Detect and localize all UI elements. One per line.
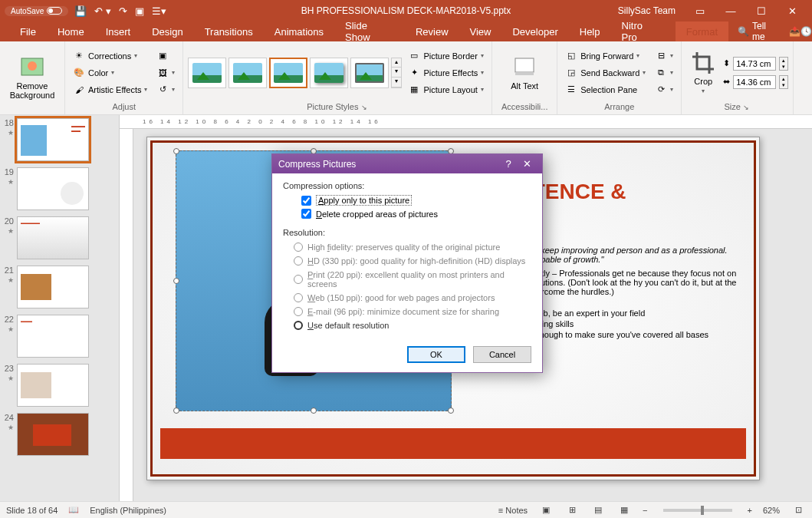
gallery-scroll[interactable]: ▴▾▾ (391, 58, 402, 88)
thumbnail-21[interactable] (17, 266, 89, 308)
change-picture-button[interactable]: 🖼▾ (153, 66, 178, 80)
style-item[interactable] (188, 58, 226, 88)
autosave-toggle[interactable]: AutoSave (5, 6, 68, 16)
tab-developer[interactable]: Developer (501, 21, 568, 41)
send-backward-button[interactable]: ◲Send Backward▾ (562, 66, 649, 80)
reading-view-icon[interactable]: ▤ (590, 505, 606, 515)
picture-border-button[interactable]: ▭Picture Border▾ (405, 49, 487, 63)
tab-design[interactable]: Design (141, 21, 193, 41)
compress-pictures-button[interactable]: ▣ (153, 49, 178, 63)
corrections-button[interactable]: ☀Corrections▾ (70, 49, 150, 63)
language-status[interactable]: English (Philippines) (90, 506, 166, 515)
group-label-size: Size ↘ (686, 102, 788, 113)
dialog-titlebar[interactable]: Compress Pictures ? ✕ (272, 154, 542, 173)
selection-pane-button[interactable]: ☰Selection Pane (562, 83, 649, 97)
style-item[interactable] (310, 58, 348, 88)
slideshow-icon[interactable]: ▣ (135, 5, 144, 17)
tab-file[interactable]: File (9, 21, 47, 41)
zoom-slider[interactable] (663, 509, 732, 512)
dialog-close-button[interactable]: ✕ (518, 158, 536, 170)
slide-counter[interactable]: Slide 18 of 64 (6, 506, 58, 515)
remove-background-button[interactable]: Remove Background (5, 55, 60, 100)
normal-view-icon[interactable]: ▣ (538, 505, 554, 515)
crop-button[interactable]: Crop▾ (686, 51, 720, 94)
tab-transitions[interactable]: Transitions (194, 21, 264, 41)
fit-to-window-icon[interactable]: ⊡ (791, 505, 806, 515)
zoom-out-button[interactable]: − (643, 506, 647, 515)
tab-format[interactable]: Format (676, 21, 728, 41)
spellcheck-icon[interactable]: 📖 (68, 505, 79, 515)
delete-cropped-label[interactable]: Delete cropped areas of pictures (316, 210, 438, 219)
close-icon[interactable]: ✕ (777, 5, 807, 17)
minimize-icon[interactable]: — (715, 5, 746, 17)
thumbnail-19[interactable] (17, 167, 89, 210)
delete-cropped-checkbox[interactable] (301, 209, 311, 219)
radio-default[interactable]: Use default resolution (294, 318, 531, 332)
thumbnail-22[interactable]: ▬▬▬ (17, 315, 89, 358)
ok-button[interactable]: OK (407, 346, 465, 363)
quick-access-toolbar: 💾 ↶ ▾ ↷ ▣ ☰▾ (74, 5, 166, 17)
history-icon[interactable]: 🕓 (800, 26, 812, 37)
dialog-launcher-icon[interactable]: ↘ (361, 104, 369, 111)
sun-icon: ☀ (73, 50, 85, 62)
ribbon-options-icon[interactable]: ▭ (685, 5, 715, 17)
redo-icon[interactable]: ↷ (119, 5, 127, 17)
picture-effects-button[interactable]: ✦Picture Effects▾ (405, 66, 487, 80)
color-button[interactable]: 🎨Color▾ (70, 66, 150, 80)
picture-styles-gallery[interactable]: ▴▾▾ (188, 58, 402, 88)
slideshow-view-icon[interactable]: ▦ (616, 505, 632, 515)
tell-me-search[interactable]: 🔍Tell me (728, 21, 789, 42)
thumbnail-23[interactable] (17, 364, 89, 407)
height-input[interactable] (733, 57, 776, 71)
tab-help[interactable]: Help (569, 21, 611, 41)
tab-view[interactable]: View (459, 21, 502, 41)
share-icon[interactable]: 📤 (789, 26, 800, 37)
apply-only-label[interactable]: Apply only to this picture (316, 195, 412, 206)
group-accessibility: Alt Text Accessibili... (492, 41, 557, 114)
tab-home[interactable]: Home (47, 21, 95, 41)
list-icon[interactable]: ☰▾ (152, 5, 166, 17)
align-button[interactable]: ⊟▾ (652, 49, 676, 63)
undo-icon[interactable]: ↶ ▾ (94, 5, 111, 17)
dialog-title-text: Compress Pictures (278, 159, 356, 170)
artistic-effects-button[interactable]: 🖌Artistic Effects▾ (70, 83, 150, 97)
sorter-view-icon[interactable]: ⊞ (564, 505, 580, 515)
dialog-launcher-icon[interactable]: ↘ (743, 104, 751, 111)
style-item[interactable] (228, 58, 267, 88)
notes-button[interactable]: ≡ Notes (498, 506, 528, 515)
group-button[interactable]: ⧉▾ (652, 66, 676, 80)
brush-icon: 🖌 (73, 84, 85, 96)
slide-thumbnails-panel[interactable]: 18★▬▬▬▬▬ 19★ 20★▬▬▬▬▬ 21★ 22★▬▬▬ 23★ 24★ (0, 115, 120, 501)
dialog-help-button[interactable]: ? (499, 158, 518, 170)
width-spinner[interactable]: ▴▾ (779, 75, 788, 89)
width-input[interactable] (733, 75, 776, 89)
picture-layout-button[interactable]: ▦Picture Layout▾ (405, 83, 487, 97)
radio-print: Print (220 ppi): excellent quality on mo… (294, 268, 531, 291)
style-item[interactable] (269, 58, 307, 88)
compress-icon: ▣ (156, 50, 169, 62)
thumbnail-24[interactable] (17, 413, 89, 456)
save-icon[interactable]: 💾 (74, 5, 87, 17)
zoom-level[interactable]: 62% (763, 506, 780, 515)
title-bar: AutoSave 💾 ↶ ▾ ↷ ▣ ☰▾ BH PROFESSIONALISM… (0, 0, 812, 21)
style-item[interactable] (350, 58, 389, 88)
tab-insert[interactable]: Insert (95, 21, 142, 41)
reset-picture-button[interactable]: ↺▾ (153, 83, 178, 97)
apply-only-checkbox[interactable] (301, 196, 311, 206)
height-spinner[interactable]: ▴▾ (779, 57, 788, 71)
alt-text-button[interactable]: Alt Text (497, 55, 552, 91)
cancel-button[interactable]: Cancel (473, 346, 531, 363)
zoom-in-button[interactable]: + (748, 506, 752, 515)
bring-forward-button[interactable]: ◱Bring Forward▾ (562, 49, 649, 63)
crop-icon (691, 51, 715, 75)
thumbnail-20[interactable]: ▬▬▬▬▬ (17, 216, 89, 259)
tab-animations[interactable]: Animations (264, 21, 334, 41)
tab-slideshow[interactable]: Slide Show (334, 21, 405, 41)
tab-nitropro[interactable]: Nitro Pro (611, 21, 671, 41)
maximize-icon[interactable]: ☐ (746, 5, 777, 17)
tab-review[interactable]: Review (405, 21, 459, 41)
rotate-button[interactable]: ⟳▾ (652, 83, 676, 97)
group-label-arrange: Arrange (562, 102, 676, 113)
thumbnail-18[interactable]: ▬▬▬▬▬ (17, 118, 89, 161)
user-name[interactable]: SillySac Team (618, 5, 676, 16)
